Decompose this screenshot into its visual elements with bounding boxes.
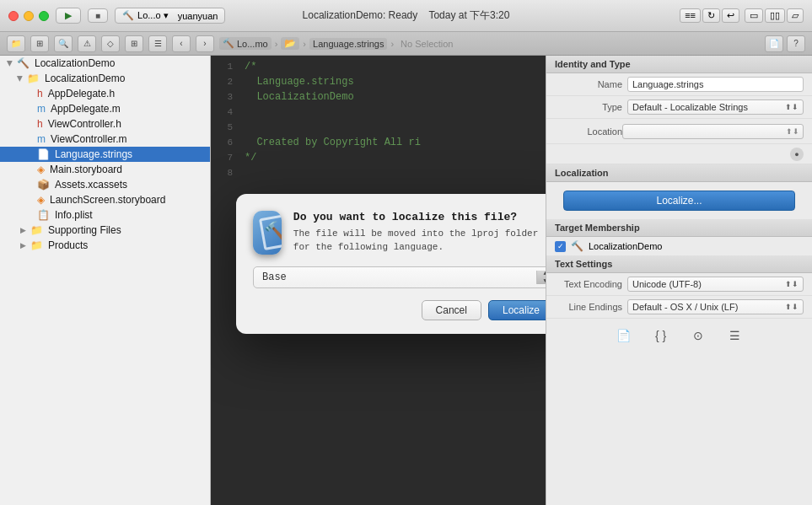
doc-icon-btn[interactable]: 📄	[614, 325, 634, 346]
stop-button[interactable]: ■	[88, 8, 108, 23]
toolbar-right: ≡≡ ↻ ↩ ▭ ▯▯ ▱	[680, 8, 804, 23]
target-checkbox[interactable]: ✓	[555, 241, 566, 252]
assets-icon: 📦	[37, 179, 50, 191]
m-file-icon: m	[37, 103, 46, 115]
layout-icons: ≡≡ ↻ ↩	[680, 8, 739, 23]
plist-icon: 📋	[37, 209, 50, 221]
hammer-icon: 🔨	[264, 221, 282, 244]
name-input[interactable]: Language.strings	[627, 77, 804, 92]
stop-icon: ■	[95, 11, 100, 20]
appdelegate-h-label: AppDelegate.h	[48, 88, 115, 99]
appdelegate-m-label: AppDelegate.m	[51, 103, 121, 115]
target-app-icon: 🔨	[571, 240, 583, 252]
target-membership-label: Target Membership	[555, 223, 640, 233]
main-layout: ▶ 🔨 LocalizationDemo ▶ 📁 LocalizationDem…	[0, 56, 812, 505]
scheme-selector[interactable]: 🔨 Lo...o ▾ yuanyuan	[115, 8, 225, 24]
nav-tools-btn[interactable]: ⊞	[30, 35, 49, 52]
nav-back-btn[interactable]: ‹	[172, 35, 191, 52]
identity-type-header: Identity and Type	[546, 56, 812, 73]
language-strings-label: Language.strings	[55, 148, 132, 160]
code-editor[interactable]: 1 /* 2 Language.strings 3 LocalizationDe…	[211, 56, 546, 505]
type-select-value: Default - Localizable Strings	[632, 102, 748, 112]
play-button[interactable]: ▶	[56, 8, 81, 24]
supporting-files-label: Supporting Files	[48, 224, 121, 236]
sidebar-root[interactable]: ▶ 🔨 LocalizationDemo	[0, 56, 210, 71]
code-line-3: 3 LocalizationDemo	[211, 89, 546, 105]
titlebar: ▶ ■ 🔨 Lo...o ▾ yuanyuan LocalizationDemo…	[0, 0, 812, 32]
cancel-button[interactable]: Cancel	[422, 300, 481, 320]
sidebar-item-assets[interactable]: 📦 Assets.xcassets	[0, 177, 210, 192]
folder-icon-yellow: 📁	[27, 73, 40, 84]
full-view-btn[interactable]: ▱	[787, 8, 804, 23]
localization-label: Localization	[555, 168, 609, 178]
breadcrumb-folder[interactable]: 📂	[281, 37, 299, 50]
dialog-message: The file will be moved into the lproj fo…	[293, 227, 546, 255]
language-select-value: Base	[262, 271, 287, 283]
sidebar-item-launchscreen[interactable]: ◈ LaunchScreen.storyboard	[0, 192, 210, 207]
sidebar-item-viewcontroller-m[interactable]: m ViewController.m	[0, 132, 210, 147]
line-endings-value: Default - OS X / Unix (LF)	[632, 302, 738, 312]
localize-file-button[interactable]: Localize...	[563, 191, 795, 211]
curly-icon-btn[interactable]: { }	[651, 325, 671, 346]
breadcrumb-scheme[interactable]: 🔨 Lo...mo	[219, 37, 272, 50]
scheme-icon-small: 🔨	[223, 38, 234, 49]
help-btn[interactable]: ?	[787, 35, 805, 52]
sidebar-item-localdemo-folder[interactable]: ▶ 📁 LocalizationDemo	[0, 71, 210, 86]
sidebar-item-language-strings[interactable]: 📄 Language.strings	[0, 147, 210, 162]
m-file-icon-2: m	[37, 133, 46, 145]
products-arrow-icon: ▶	[20, 241, 26, 250]
sidebar-item-main-storyboard[interactable]: ◈ Main.storyboard	[0, 162, 210, 177]
sidebar-item-products[interactable]: ▶ 📁 Products	[0, 238, 210, 253]
sidebar-item-supporting-files[interactable]: ▶ 📁 Supporting Files	[0, 223, 210, 238]
rotate-btn[interactable]: ↻	[702, 8, 720, 23]
close-button[interactable]	[8, 11, 19, 21]
sidebar-item-appdelegate-m[interactable]: m AppDelegate.m	[0, 101, 210, 116]
nav-forward-btn[interactable]: ›	[196, 35, 214, 52]
editor-layout-btn[interactable]: ≡≡	[680, 8, 701, 23]
infoplist-label: Info.plist	[55, 209, 93, 221]
line-endings-select[interactable]: Default - OS X / Unix (LF) ⬆⬇	[627, 299, 804, 314]
localize-dialog[interactable]: 🔨 Do you want to localize this file? The…	[236, 194, 546, 334]
nav-warn-btn[interactable]: ⚠	[78, 35, 96, 52]
sidebar-item-viewcontroller-h[interactable]: h ViewController.h	[0, 116, 210, 132]
back-btn[interactable]: ↩	[722, 8, 739, 23]
localize-button[interactable]: Localize	[488, 300, 546, 320]
circle-icon-btn[interactable]: ⊙	[688, 325, 708, 346]
single-view-btn[interactable]: ▭	[745, 8, 763, 23]
type-label: Type	[555, 102, 622, 112]
sidebar-item-appdelegate-h[interactable]: h AppDelegate.h	[0, 86, 210, 101]
location-label: Location	[555, 126, 622, 137]
nav-folder-btn[interactable]: 📁	[7, 35, 25, 52]
strings-file-icon: 📄	[37, 148, 50, 160]
bottom-icons-row: 📄 { } ⊙ ☰	[546, 319, 812, 352]
info-circle-btn[interactable]: ●	[790, 148, 804, 161]
target-row: ✓ 🔨 LocalizationDemo	[546, 237, 812, 255]
dialog-select-row: Base ▲ ▼	[253, 266, 546, 288]
file-info-btn[interactable]: 📄	[765, 35, 783, 52]
name-field-row: Name Language.strings	[546, 73, 812, 96]
minimize-button[interactable]	[24, 11, 34, 21]
maximize-button[interactable]	[39, 11, 49, 21]
dialog-text: Do you want to localize this file? The f…	[293, 211, 546, 255]
breadcrumb-sep-2: ›	[303, 39, 306, 49]
viewcontroller-h-label: ViewController.h	[48, 118, 121, 130]
encoding-select[interactable]: Unicode (UTF-8) ⬆⬇	[627, 277, 804, 292]
breadcrumb-sep-3: ›	[390, 39, 394, 49]
nav-bookmark-btn[interactable]: ◇	[101, 35, 120, 52]
device-label: yuanyuan	[178, 11, 218, 21]
breadcrumb-file[interactable]: Language.strings	[309, 38, 387, 50]
type-select[interactable]: Default - Localizable Strings ⬆⬇	[627, 99, 804, 115]
sidebar-item-infoplist[interactable]: 📋 Info.plist	[0, 207, 210, 223]
status-text: LocalizationDemo: Ready	[303, 9, 418, 21]
nav-grid-btn[interactable]: ⊞	[125, 35, 143, 52]
nav-history-btn[interactable]: ☰	[148, 35, 167, 52]
code-line-7: 7 */	[211, 150, 546, 165]
lines-icon-btn[interactable]: ☰	[725, 325, 745, 346]
language-select[interactable]: Base ▲ ▼	[253, 266, 546, 288]
root-label: LocalizationDemo	[35, 57, 115, 69]
nav-search-btn[interactable]: 🔍	[54, 35, 73, 52]
split-view-btn[interactable]: ▯▯	[765, 8, 785, 23]
identity-type-label: Identity and Type	[555, 59, 631, 69]
type-select-arrow-icon: ⬆⬇	[785, 103, 799, 111]
breadcrumb-scheme-label: Lo...mo	[237, 39, 268, 49]
